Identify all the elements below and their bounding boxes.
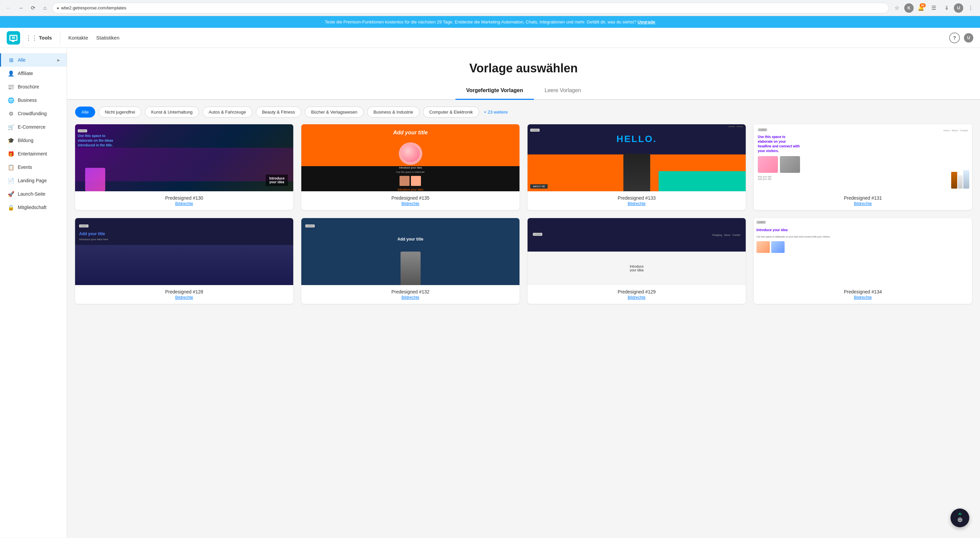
template-rights-b4[interactable]: Bildrechte — [759, 295, 967, 300]
main-wrapper: ⊞ Alle ▶ 👤 Affiliate 📰 Broschüre 🌐 Busin… — [0, 48, 980, 538]
back-button[interactable]: ← — [4, 3, 13, 13]
preview-133-about-btn: ABOUT ME — [530, 184, 548, 189]
preview-b4-headline: Introduce your idea — [756, 228, 969, 232]
template-rights-133[interactable]: Bildrechte — [533, 202, 740, 206]
preview-130-img1 — [85, 168, 105, 191]
ai-fab-button[interactable]: AI ⊕ — [950, 508, 969, 527]
preview-135-donut — [399, 142, 422, 165]
filter-computer[interactable]: Computer & Elektronik — [423, 106, 479, 117]
sidebar-item-alle[interactable]: ⊞ Alle ▶ — [0, 53, 67, 67]
filter-kunst[interactable]: Kunst & Unterhaltung — [145, 106, 199, 117]
gear-icon: ⚙ — [8, 110, 14, 117]
sidebar-item-affiliate[interactable]: 👤 Affiliate — [0, 67, 67, 80]
template-rights-135[interactable]: Bildrechte — [307, 202, 514, 206]
preview-133-bg: LOGO HELLO. — [528, 124, 746, 191]
preview-logo-b2: LOGO — [305, 224, 315, 227]
sidebar-item-mitgliedschaft[interactable]: 🔒 Mitgliedschaft — [0, 201, 67, 214]
template-rights-b1[interactable]: Bildrechte — [80, 295, 288, 300]
upgrade-link[interactable]: Upgrade — [638, 19, 655, 24]
sidebar-broschure-label: Broschüre — [18, 84, 39, 89]
template-card-133[interactable]: LOGO HELLO. — [528, 124, 746, 210]
sidebar-item-business[interactable]: 🌐 Business — [0, 94, 67, 107]
tab-leere[interactable]: Leere Vorlagen — [534, 82, 592, 100]
template-info-130: Predesigned #130 Bildrechte — [75, 191, 293, 210]
preview-133-person — [624, 154, 650, 191]
preview-b4-img1 — [756, 241, 770, 253]
nav-statistiken[interactable]: Statistiken — [96, 35, 119, 41]
template-card-b1[interactable]: LOGO Add your title Introduce your idea … — [75, 218, 293, 304]
template-card-130[interactable]: LOGO Use this space to elaborate on the … — [75, 124, 293, 210]
sidebar-item-crowdfunding[interactable]: ⚙ Crowdfunding — [0, 107, 67, 120]
tools-label: Tools — [39, 35, 52, 41]
template-name-131: Predesigned #131 — [759, 195, 967, 201]
preview-logo-133: LOGO — [530, 129, 539, 132]
sidebar-launchseite-label: Launch-Seite — [18, 191, 46, 197]
template-name-b2: Predesigned #132 — [307, 289, 514, 294]
sidebar-item-landingpage[interactable]: 📄 Landing Page — [0, 174, 67, 187]
preview-b2-content: LOGO Add your title — [301, 218, 520, 246]
preview-131-header: LOGO Home About Contact — [758, 128, 968, 133]
menu-button[interactable]: ⋮ — [965, 3, 976, 13]
tabs-container: Vorgefertigte Vorlagen Leere Vorlagen — [67, 82, 980, 100]
filter-nicht-jugendfrei[interactable]: Nicht jugendfrei — [99, 106, 142, 117]
template-rights-b2[interactable]: Bildrechte — [307, 295, 514, 300]
b3-nav-3: Contact — [732, 234, 740, 236]
tab-vorgefertigte[interactable]: Vorgefertigte Vorlagen — [455, 82, 534, 100]
template-rights-130[interactable]: Bildrechte — [80, 202, 288, 206]
reload-button[interactable]: ⟳ — [28, 3, 38, 13]
template-card-131[interactable]: LOGO Home About Contact Use this space t… — [754, 124, 972, 210]
template-preview-b3: LOGO Shopping About Contact Introduceyou… — [528, 218, 746, 285]
template-rights-131[interactable]: Bildrechte — [759, 202, 967, 206]
document-icon: 📄 — [8, 177, 14, 184]
sidebar-item-launchseite[interactable]: 🚀 Launch-Seite — [0, 187, 67, 201]
download-button[interactable]: ⇓ — [941, 3, 952, 13]
sidebar-item-entertainment[interactable]: 🎁 Entertainment — [0, 147, 67, 160]
filter-business[interactable]: Business & Industrie — [367, 106, 420, 117]
template-info-133: Predesigned #133 Bildrechte — [528, 191, 746, 210]
b3-nav-2: About — [724, 234, 730, 236]
header-divider — [60, 32, 60, 44]
preview-130-bg: LOGO Use this space to elaborate on the … — [75, 124, 293, 191]
filter-buecher[interactable]: Bücher & Verlagswesen — [305, 106, 364, 117]
template-info-b3: Predesigned #129 Bildrechte — [528, 285, 746, 304]
newspaper-icon: 📰 — [8, 83, 14, 90]
sidebar-item-events[interactable]: 📋 Events — [0, 160, 67, 174]
preview-b4-bg: LOGO Introduce your idea Use this space … — [754, 218, 972, 285]
template-card-b4[interactable]: LOGO Introduce your idea Use this space … — [754, 218, 972, 304]
sidebar-item-broschure[interactable]: 📰 Broschüre — [0, 80, 67, 94]
app-logo[interactable]: ✉ — [7, 31, 20, 44]
address-bar[interactable]: ● wbe2.getresponse.com/templates — [52, 3, 889, 13]
star-button[interactable]: ☆ — [891, 3, 902, 13]
user-avatar[interactable]: U — [954, 3, 963, 13]
template-rights-b3[interactable]: Bildrechte — [533, 295, 740, 300]
sidebar-item-ecommerce[interactable]: 🛒 E-Commerce — [0, 120, 67, 134]
filter-more[interactable]: + 23 weitere — [484, 110, 508, 114]
extensions-button[interactable]: ☰ — [928, 3, 939, 13]
template-name-b1: Predesigned #128 — [80, 289, 288, 294]
filter-autos[interactable]: Autos & Fahrzeuge — [202, 106, 252, 117]
preview-131-bg: LOGO Home About Contact Use this space t… — [754, 124, 972, 191]
notification-badge[interactable]: 🔔 90 — [916, 3, 926, 13]
sidebar-item-bildung[interactable]: 🎓 Bildung — [0, 134, 67, 147]
template-card-135[interactable]: Add your title Introduce your idea Use t… — [301, 124, 520, 210]
preview-b1-content: LOGO Add your title Introduce your idea … — [75, 218, 293, 245]
filter-beauty[interactable]: Beauty & Fitness — [256, 106, 301, 117]
nav-line-1 — [728, 126, 735, 127]
preview-135-desc: Use this space to elaborate — [396, 170, 425, 174]
banner-text: Teste die Premium-Funktionen kostenlos f… — [325, 19, 636, 24]
user-avatar-header[interactable]: U — [964, 33, 973, 43]
preview-b4-images — [756, 241, 969, 253]
grid-apps-button[interactable]: ⋮⋮ — [25, 32, 38, 44]
home-button[interactable]: ⌂ — [40, 3, 49, 13]
help-button[interactable]: ? — [949, 32, 960, 43]
nav-kontakte[interactable]: Kontakte — [68, 35, 88, 41]
sidebar-affiliate-label: Affiliate — [18, 71, 33, 76]
preview-b1-desc: Introduce your idea here — [79, 238, 289, 241]
filter-alle[interactable]: Alle — [75, 106, 95, 117]
template-card-b2[interactable]: LOGO Add your title Predesigned #132 Bil… — [301, 218, 520, 304]
preview-135-black: Introduce your idea Use this space to el… — [301, 166, 520, 191]
template-info-131: Predesigned #131 Bildrechte — [754, 191, 972, 210]
template-card-b3[interactable]: LOGO Shopping About Contact Introduceyou… — [528, 218, 746, 304]
page-title-section: Vorlage auswählen — [67, 48, 980, 82]
forward-button[interactable]: → — [16, 3, 25, 13]
